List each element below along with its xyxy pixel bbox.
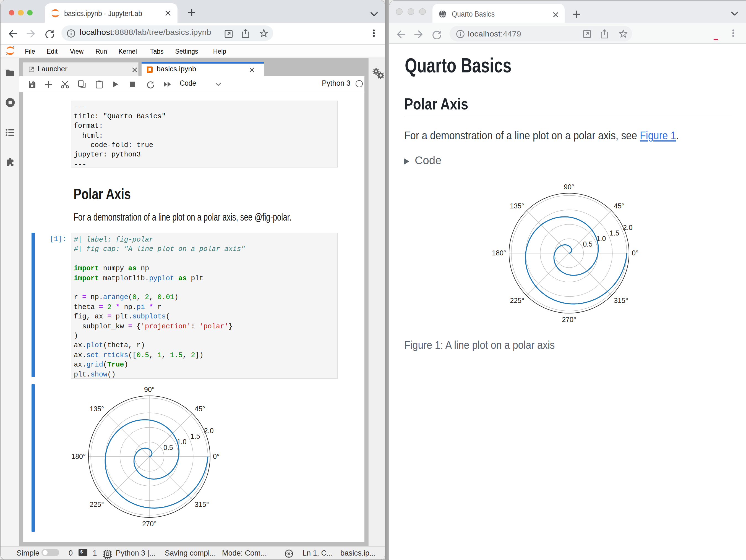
svg-text:135°: 135° (510, 202, 524, 210)
svg-text:90°: 90° (564, 183, 574, 191)
svg-text:270°: 270° (142, 520, 156, 527)
svg-text:225°: 225° (89, 500, 104, 508)
svg-text:1.0: 1.0 (177, 438, 186, 445)
svg-text:2.0: 2.0 (204, 426, 213, 434)
svg-text:0°: 0° (212, 452, 219, 460)
svg-text:270°: 270° (562, 316, 576, 323)
svg-text:180°: 180° (71, 452, 85, 460)
svg-text:315°: 315° (614, 297, 628, 304)
svg-text:1.5: 1.5 (610, 229, 620, 237)
svg-text:315°: 315° (194, 500, 209, 508)
svg-text:180°: 180° (492, 249, 506, 257)
svg-text:135°: 135° (89, 405, 104, 412)
svg-text:2.0: 2.0 (623, 224, 633, 231)
svg-text:45°: 45° (614, 202, 624, 210)
svg-text:0.5: 0.5 (583, 240, 593, 248)
svg-text:0°: 0° (632, 249, 638, 257)
svg-text:90°: 90° (144, 385, 154, 393)
svg-text:0.5: 0.5 (163, 443, 173, 451)
svg-text:45°: 45° (194, 405, 205, 412)
svg-text:1.5: 1.5 (190, 432, 200, 440)
svg-text:225°: 225° (510, 297, 524, 304)
svg-text:1.0: 1.0 (596, 235, 606, 242)
